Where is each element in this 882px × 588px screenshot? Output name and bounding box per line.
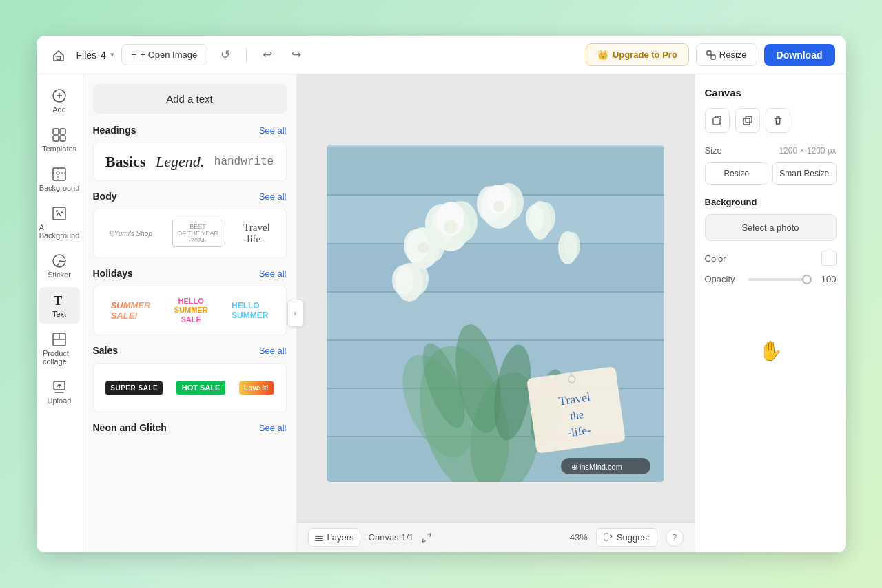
heading-sample-handwrite[interactable]: handwrite (214, 156, 274, 168)
svg-point-57 (564, 232, 580, 260)
hand-cursor-icon: ✋ (759, 340, 783, 361)
layers-icon (314, 533, 324, 543)
app-window: Files 4 ▾ + + Open Image ↺ ↩ ↪ 👑 Upgrade… (37, 36, 846, 552)
sales-title: Sales (93, 345, 119, 356)
sales-section-header: Sales See all (93, 345, 287, 356)
right-panel: Canvas (695, 74, 846, 552)
background-section-title: Background (705, 197, 837, 207)
svg-rect-8 (53, 136, 59, 141)
home-button[interactable] (48, 44, 70, 66)
svg-point-43 (444, 220, 458, 234)
divider (246, 47, 247, 63)
ai-background-icon (52, 206, 67, 221)
svg-text:⊕ insMind.com: ⊕ insMind.com (571, 463, 622, 471)
top-bar: Files 4 ▾ + + Open Image ↺ ↩ ↪ 👑 Upgrade… (37, 36, 846, 74)
nav-label-text: Text (52, 310, 66, 318)
holiday-sample-hello-summer2[interactable]: HELLOSUMMER (232, 301, 268, 320)
svg-point-60 (392, 265, 414, 295)
add-text-button[interactable]: Add a text (93, 84, 287, 114)
opacity-thumb[interactable] (802, 275, 812, 284)
svg-rect-26 (327, 243, 664, 244)
suggest-button[interactable]: Suggest (596, 528, 657, 547)
body-sample-best[interactable]: BESTOF THE YEAR-2024- (172, 220, 223, 247)
nav-label-product-collage: Product collage (43, 349, 76, 366)
canvas-actions (705, 108, 837, 133)
paste-style-button[interactable] (705, 108, 730, 133)
nav-item-sticker[interactable]: Sticker (39, 248, 80, 284)
nav-item-add[interactable]: Add (39, 83, 80, 119)
canvas-info: Canvas 1/1 (369, 532, 414, 543)
collapse-panel-button[interactable]: ‹ (287, 300, 304, 327)
expand-icon (422, 533, 431, 543)
files-count: 4 (101, 50, 106, 61)
svg-point-51 (526, 204, 544, 232)
svg-rect-2 (711, 55, 715, 59)
nav-item-ai-background[interactable]: AI Background (39, 200, 80, 245)
opacity-row: Opacity 100 (705, 274, 837, 284)
sales-samples[interactable]: SUPER SALE HOT SALE Love it! (93, 363, 287, 412)
svg-rect-78 (746, 116, 752, 123)
svg-rect-29 (327, 293, 664, 341)
select-photo-button[interactable]: Select a photo (705, 214, 837, 241)
canvas-area[interactable]: ‹ (297, 74, 695, 552)
heading-sample-basics[interactable]: Basics (105, 153, 146, 171)
body-see-all[interactable]: See all (259, 191, 287, 202)
sales-sample-hot-sale[interactable]: HOT SALE (176, 381, 226, 395)
canvas-image[interactable]: Travel the -life- ⊕ insMind.com (327, 145, 664, 482)
duplicate-button[interactable] (735, 108, 760, 133)
nav-label-sticker: Sticker (48, 271, 71, 279)
plus-icon: + (132, 50, 137, 60)
sales-see-all[interactable]: See all (259, 346, 287, 356)
holidays-see-all[interactable]: See all (259, 269, 287, 279)
holiday-sample-hello-summer[interactable]: HELLOSUMMERSALE (174, 297, 208, 324)
nav-item-background[interactable]: Background (39, 161, 80, 198)
size-value: 1200 × 1200 px (779, 146, 836, 156)
svg-rect-6 (53, 129, 59, 134)
headings-title: Headings (93, 125, 136, 136)
canvas-svg: Travel the -life- ⊕ insMind.com (327, 145, 664, 482)
layers-button[interactable]: Layers (308, 528, 360, 547)
open-image-button[interactable]: + + Open Image (121, 44, 207, 65)
product-collage-icon (52, 332, 67, 347)
chevron-down-icon[interactable]: ▾ (110, 50, 114, 59)
neon-glitch-title: Neon and Glitch (93, 422, 167, 433)
headings-see-all[interactable]: See all (259, 125, 287, 136)
svg-rect-75 (315, 540, 323, 541)
sales-sample-super-sale[interactable]: SUPER SALE (105, 381, 163, 395)
svg-text:the: the (569, 408, 584, 422)
suggest-icon (604, 533, 613, 543)
nav-label-templates: Templates (42, 145, 76, 153)
bottom-bar: Layers Canvas 1/1 43% Suggest ? (297, 522, 695, 552)
download-button[interactable]: Download (764, 44, 835, 66)
holiday-sample-summer-sale[interactable]: SUMMERSALE! (111, 300, 151, 321)
headings-section-header: Headings See all (93, 125, 287, 136)
resize-top-button[interactable]: Resize (696, 43, 757, 66)
heading-sample-legend[interactable]: Legend. (156, 153, 204, 171)
zoom-value: 43% (570, 532, 588, 543)
resize-button[interactable]: Resize (705, 162, 769, 185)
color-swatch[interactable] (821, 251, 837, 266)
nav-item-product-collage[interactable]: Product collage (39, 326, 80, 371)
body-section-header: Body See all (93, 191, 287, 202)
headings-samples[interactable]: Basics Legend. handwrite (93, 143, 287, 181)
nav-item-text[interactable]: T Text (39, 287, 80, 324)
opacity-slider[interactable] (748, 278, 812, 281)
holidays-samples[interactable]: SUMMERSALE! HELLOSUMMERSALE HELLOSUMMER (93, 286, 287, 335)
sales-sample-love-it[interactable]: Love it! (239, 381, 274, 395)
redo-button[interactable]: ↪ (285, 44, 307, 66)
undo-button[interactable]: ↩ (256, 44, 278, 66)
neon-glitch-see-all[interactable]: See all (259, 423, 287, 433)
body-sample-travel[interactable]: Travel-life- (243, 222, 270, 245)
upgrade-button[interactable]: 👑 Upgrade to Pro (586, 43, 689, 66)
nav-item-templates[interactable]: Templates (39, 122, 80, 158)
body-samples[interactable]: ©Yumi's Shop BESTOF THE YEAR-2024- Trave… (93, 209, 287, 258)
body-sample-shop[interactable]: ©Yumi's Shop (109, 230, 152, 238)
svg-rect-7 (60, 129, 65, 134)
smart-resize-button[interactable]: Smart Resize (772, 162, 837, 185)
help-button[interactable]: ? (666, 529, 684, 547)
nav-item-upload[interactable]: Upload (39, 374, 80, 410)
text-icon: T (52, 293, 67, 308)
svg-rect-10 (53, 168, 65, 180)
delete-button[interactable] (766, 108, 790, 133)
history-button[interactable]: ↺ (214, 44, 236, 66)
